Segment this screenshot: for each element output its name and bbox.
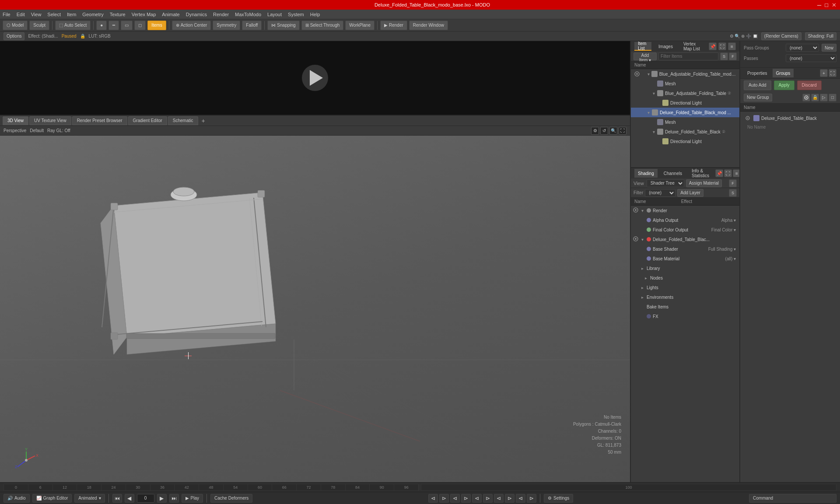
shading-pin-icon[interactable]: 📌 [715, 169, 723, 177]
group-item[interactable]: Deluxe_Folded_Table_Black [744, 113, 836, 123]
list-item[interactable]: ▾ Deluxe_Folded_Table_Black ② [631, 127, 739, 136]
sh-list-item[interactable]: Alpha Output Alpha ▾ [631, 215, 739, 225]
item-list-s-btn[interactable]: S [720, 52, 728, 60]
render-btn[interactable]: ▶ Render [380, 21, 407, 30]
grp-eye-icon[interactable] [802, 94, 810, 102]
sel-mode-vert[interactable]: ● [96, 21, 107, 30]
items-btn[interactable]: Items [147, 21, 166, 30]
apply-btn[interactable]: Apply [774, 80, 794, 90]
item-list-f-btn[interactable]: F [729, 52, 737, 60]
add-item-btn[interactable]: Add Item ▾ [634, 52, 657, 60]
auto-add-btn[interactable]: Auto Add [744, 80, 771, 90]
t5[interactable]: ⊲ [472, 494, 482, 503]
grp-render-icon[interactable]: ▷ [820, 94, 828, 102]
sculpt-btn[interactable]: Sculpt [29, 21, 49, 30]
sel-mode-item[interactable]: ◻ [134, 21, 146, 30]
menu-geometry[interactable]: Geometry [82, 12, 103, 17]
sh-list-item[interactable]: ▸ Lights [631, 283, 739, 292]
info-stats-tab[interactable]: Info & Statistics [688, 169, 713, 178]
maximize-btn[interactable]: □ [825, 2, 828, 8]
sh-list-item[interactable]: ▸ Nodes [631, 273, 739, 283]
sel-mode-poly[interactable]: ▭ [121, 21, 133, 30]
menu-render[interactable]: Render [213, 12, 229, 17]
menu-select[interactable]: Select [47, 12, 61, 17]
symmetry-btn[interactable]: Symmetry [213, 21, 240, 30]
model-btn[interactable]: ⬡ Model [3, 21, 28, 30]
sh-list-item[interactable]: Base Shader Full Shading ▾ [631, 244, 739, 254]
viewport-canvas[interactable]: No Items Polygons : Catmull-Clark Channe… [0, 136, 630, 482]
select-through-btn[interactable]: ⊞ Select Through [301, 21, 344, 30]
grp-sel-icon[interactable]: □ [829, 94, 836, 102]
t7[interactable]: ⊲ [494, 494, 504, 503]
vp-zoom-icon[interactable]: 🔍 [609, 127, 617, 135]
menu-dynamics[interactable]: Dynamics [186, 12, 207, 17]
prev-frame-btn[interactable]: ◀ [125, 494, 134, 503]
settings-btn[interactable]: ⚙ Settings [544, 494, 573, 503]
sh-list-item[interactable]: ▾ Deluxe_Folded_Table_Blac... [631, 234, 739, 244]
groups-tab[interactable]: Groups [773, 69, 794, 77]
tab-3d-view[interactable]: 3D View [3, 116, 28, 125]
props-expand-icon[interactable]: ⛶ [829, 69, 836, 77]
list-item[interactable]: Mesh [631, 79, 739, 88]
expand-icon[interactable]: ⛶ [718, 42, 726, 50]
menu-layout[interactable]: Layout [267, 12, 282, 17]
falloff-btn[interactable]: Falloff [242, 21, 262, 30]
action-center-btn[interactable]: ⊕ Action Center [172, 21, 211, 30]
list-item[interactable]: Directional Light [631, 98, 739, 108]
vp-maximize-icon[interactable]: ⛶ [619, 127, 626, 135]
sh-list-item[interactable]: ▸ Environments [631, 292, 739, 302]
list-item[interactable]: ▾ Deluxe_Folded_Table_Black_mod ... [631, 108, 739, 117]
sh-list-item[interactable]: ▸ Library [631, 263, 739, 273]
pass-groups-select[interactable]: (none) [786, 44, 819, 52]
list-item[interactable]: Directional Light [631, 136, 739, 146]
sh-list-item[interactable]: ▾ Render [631, 206, 739, 215]
passes-select[interactable]: (none) [786, 54, 836, 62]
play-btn[interactable]: ▶ Play [182, 494, 203, 503]
shading-tab[interactable]: Shading [634, 169, 658, 178]
filter-items-input[interactable] [658, 52, 718, 60]
shader-tree-select[interactable]: Shader Tree [647, 179, 684, 187]
menu-view[interactable]: View [31, 12, 42, 17]
menu-help[interactable]: Help [310, 12, 320, 17]
snapping-btn[interactable]: ⋈ Snapping [267, 21, 299, 30]
timeline-ruler[interactable]: 0 6 12 18 24 30 36 42 48 54 60 66 72 78 … [4, 484, 419, 491]
pin-icon[interactable]: 📌 [709, 42, 717, 50]
list-item[interactable]: Mesh [631, 117, 739, 127]
play-button[interactable] [302, 65, 328, 91]
item-list-tab[interactable]: Item List [634, 42, 651, 51]
camera-btn[interactable]: (Render Camera) [761, 32, 802, 40]
shading-lock-icon[interactable]: F [729, 179, 737, 187]
menu-vertex-map[interactable]: Vertex Map [132, 12, 156, 17]
auto-select-btn[interactable]: ⬚ Auto Select [55, 21, 91, 30]
t9[interactable]: ⊲ [516, 494, 525, 503]
t4[interactable]: ⊳ [461, 494, 471, 503]
list-item[interactable]: ▾ Blue_Adjustable_Folding_Table_modo_b..… [631, 69, 739, 79]
sh-list-item[interactable]: Bake Items [631, 302, 739, 312]
vp-settings-icon[interactable]: ⚙ [591, 127, 599, 135]
sel-mode-edge[interactable]: ━ [108, 21, 119, 30]
menu-item[interactable]: Item [67, 12, 76, 17]
menu-system[interactable]: System [288, 12, 304, 17]
add-view-tab-btn[interactable]: + [199, 117, 208, 124]
menu-animate[interactable]: Animate [162, 12, 179, 17]
menu-edit[interactable]: Edit [17, 12, 25, 17]
grp-lock-icon[interactable]: 🔒 [811, 94, 819, 102]
close-btn[interactable]: ✕ [832, 2, 836, 8]
properties-tab[interactable]: Properties [744, 69, 771, 77]
menu-texture[interactable]: Texture [110, 12, 126, 17]
next-frame-btn[interactable]: ▶ [157, 494, 167, 503]
assign-material-btn[interactable]: Assign Material [686, 179, 722, 187]
panel-menu-icon[interactable]: ≡ [728, 42, 736, 50]
discard-btn[interactable]: Discard [797, 80, 822, 90]
tab-schematic[interactable]: Schematic [168, 116, 198, 125]
menu-file[interactable]: File [3, 12, 10, 17]
tab-uv-texture[interactable]: UV Texture View [29, 116, 71, 125]
filter-s-icon[interactable]: S [729, 189, 737, 197]
channels-tab[interactable]: Channels [660, 169, 686, 178]
vp-rotate-icon[interactable]: ↺ [600, 127, 608, 135]
sh-list-item[interactable]: FX [631, 312, 739, 321]
minimize-btn[interactable]: ─ [817, 2, 821, 8]
frame-input[interactable] [137, 494, 154, 503]
list-item[interactable]: ▾ Blue_Adjustable_Folding_Table ② [631, 88, 739, 98]
skip-end-btn[interactable]: ⏭ [169, 494, 179, 503]
